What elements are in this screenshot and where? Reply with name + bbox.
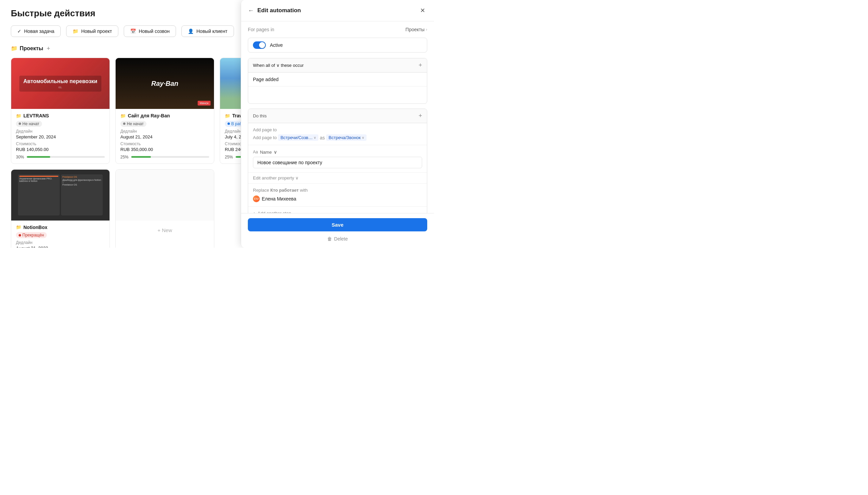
do-this-header: Do this + bbox=[248, 109, 427, 123]
replace-section: Replace Кто работает with ЕМ Елена Михее… bbox=[248, 183, 427, 206]
project-card-rayban[interactable]: Ray·Ban Минск 📁 Сайт для Ray-Ban Не нача… bbox=[115, 58, 214, 164]
new-call-button[interactable]: 📅 Новый созвон bbox=[124, 25, 176, 37]
chevron-down-icon[interactable]: ∨ bbox=[276, 63, 281, 68]
add-step-button[interactable]: + bbox=[419, 112, 422, 119]
name-property-step: Aa Name ∨ Новое совещание по проекту bbox=[248, 145, 427, 173]
panel-header: ← Edit automation ✕ bbox=[241, 0, 434, 21]
projects-section-title: 📁 Проекты bbox=[11, 45, 43, 52]
active-row: Active bbox=[248, 38, 427, 53]
trash-icon: 🗑 bbox=[327, 236, 332, 242]
text-icon: Aa bbox=[253, 150, 258, 154]
name-chip[interactable]: ∨ bbox=[273, 149, 277, 155]
empty-condition bbox=[248, 86, 427, 103]
for-pages-label: For pages in bbox=[248, 27, 274, 32]
chip-chevron-icon: ∨ bbox=[314, 136, 316, 139]
page-added-condition: Page added bbox=[248, 73, 427, 86]
do-this-title: Do this bbox=[253, 113, 266, 118]
status-badge: Прекращён bbox=[16, 232, 47, 238]
card-image-notionbox: Управление финансами PRO. Шаблон в Notio… bbox=[11, 170, 109, 221]
save-button[interactable]: Save bbox=[248, 218, 427, 232]
active-toggle[interactable] bbox=[253, 41, 266, 49]
card-image-rayban: Ray·Ban Минск bbox=[116, 58, 214, 109]
new-task-button[interactable]: ✓ Новая задача bbox=[11, 25, 61, 37]
status-badge: Не начат bbox=[16, 121, 42, 127]
when-section: When all of ∨ these occur + Page added bbox=[248, 58, 427, 104]
person-name: Елена Михеева bbox=[262, 196, 296, 202]
folder-icon: 📁 bbox=[11, 45, 18, 52]
folder-icon: 📁 bbox=[73, 29, 78, 34]
panel-title: Edit automation bbox=[258, 7, 418, 14]
avatar: ЕМ bbox=[253, 195, 260, 202]
as-value-chip[interactable]: Встреча/Звонок ∨ bbox=[326, 134, 367, 141]
new-project-label[interactable]: + New bbox=[158, 227, 172, 233]
new-client-button[interactable]: 👤 Новый клиент bbox=[181, 25, 234, 37]
automation-panel: ← Edit automation ✕ For pages in Проекты… bbox=[241, 0, 434, 248]
chevron-right-icon: › bbox=[426, 27, 427, 32]
add-page-target-chip[interactable]: Встречи/Созв… ∨ bbox=[278, 134, 318, 141]
do-this-section: Do this + Add page to Add page to Встреч… bbox=[248, 108, 427, 220]
close-button[interactable]: ✕ bbox=[418, 6, 427, 15]
name-input[interactable]: Новое совещание по проекту bbox=[253, 157, 422, 168]
chip-chevron-icon: ∨ bbox=[362, 136, 364, 139]
for-pages-row: For pages in Проекты › bbox=[248, 27, 427, 32]
chevron-down-icon: ∨ bbox=[295, 175, 299, 181]
project-card-levtrans[interactable]: Автомобильные перевозки 01. 📁 LEVTRANS Н… bbox=[11, 58, 110, 164]
folder-icon: 📁 bbox=[16, 225, 21, 230]
folder-icon: 📁 bbox=[225, 113, 230, 118]
for-pages-value[interactable]: Проекты › bbox=[406, 27, 427, 32]
calendar-icon: 📅 bbox=[130, 29, 136, 34]
card-image-levtrans: Автомобильные перевозки 01. bbox=[11, 58, 109, 109]
project-card-notionbox[interactable]: Управление финансами PRO. Шаблон в Notio… bbox=[11, 169, 110, 248]
status-badge: Не начат bbox=[120, 121, 146, 127]
card-image-new bbox=[116, 170, 214, 221]
folder-icon: 📁 bbox=[120, 113, 126, 118]
progress-row: 25% bbox=[120, 155, 209, 159]
back-button[interactable]: ← bbox=[248, 7, 254, 14]
user-icon: 👤 bbox=[188, 29, 194, 34]
chevron-down-icon: ∨ bbox=[273, 149, 277, 155]
add-project-button[interactable]: + bbox=[47, 46, 50, 52]
check-icon: ✓ bbox=[17, 29, 21, 34]
panel-footer: Save 🗑 Delete bbox=[241, 213, 434, 248]
add-condition-button[interactable]: + bbox=[419, 62, 422, 69]
delete-row[interactable]: 🗑 Delete bbox=[248, 235, 427, 243]
progress-row: 30% bbox=[16, 155, 105, 159]
new-project-button[interactable]: 📁 Новый проект bbox=[66, 25, 118, 37]
when-header: When all of ∨ these occur + bbox=[248, 58, 427, 73]
add-page-step: Add page to Add page to Встречи/Созв… ∨ … bbox=[248, 123, 427, 145]
project-card-new[interactable]: + New bbox=[115, 169, 214, 248]
edit-another-property[interactable]: Edit another property ∨ bbox=[248, 173, 303, 183]
folder-icon: 📁 bbox=[16, 113, 21, 118]
panel-body: For pages in Проекты › Active When all o… bbox=[241, 21, 434, 231]
when-title: When all of ∨ these occur bbox=[253, 63, 304, 68]
active-label: Active bbox=[270, 42, 283, 48]
